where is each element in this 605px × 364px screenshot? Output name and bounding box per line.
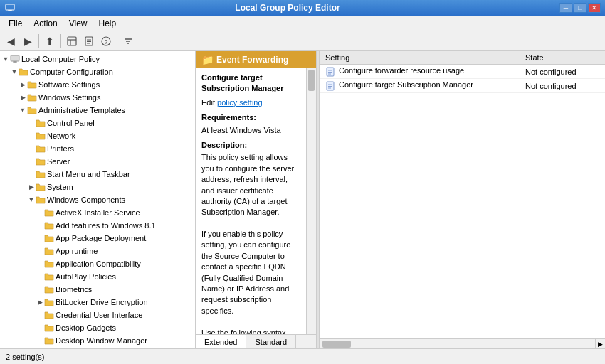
status-text: 2 setting(s) bbox=[6, 353, 44, 361]
folder-icon bbox=[36, 195, 46, 205]
tree-arrow: ▶ bbox=[27, 157, 36, 166]
menu-help[interactable]: Help bbox=[93, 17, 122, 30]
tree-node-start-menu[interactable]: ▶ Start Menu and Taskbar bbox=[0, 168, 195, 181]
filter-button[interactable] bbox=[120, 33, 136, 49]
svg-rect-22 bbox=[327, 82, 334, 90]
edit-prefix: Edit bbox=[201, 98, 217, 107]
show-hide-button[interactable] bbox=[64, 33, 80, 49]
tree-node-windows-settings[interactable]: ▶ Windows Settings bbox=[0, 91, 195, 104]
tree-arrow: ▼ bbox=[19, 106, 27, 114]
tree-label-app-package: App Package Deployment bbox=[56, 234, 146, 242]
tree-arrow: ▶ bbox=[27, 183, 36, 191]
folder-icon bbox=[27, 80, 37, 90]
tree-arrow: ▶ bbox=[36, 259, 44, 268]
tree-node-admin-templates[interactable]: ▼ Administrative Templates bbox=[0, 104, 195, 117]
minimize-button[interactable]: ─ bbox=[559, 3, 572, 13]
tree-node-printers[interactable]: ▶ Printers bbox=[0, 142, 195, 155]
tree-node-autoplay[interactable]: ▶ AutoPlay Policies bbox=[0, 270, 195, 283]
up-button[interactable]: ⬆ bbox=[42, 33, 58, 49]
close-button[interactable]: ✕ bbox=[588, 3, 601, 13]
tree-arrow: ▶ bbox=[36, 221, 44, 230]
tree-node-credential-ui[interactable]: ▶ Credential User Interface bbox=[0, 309, 195, 321]
tree-arrow: ▶ bbox=[36, 234, 44, 242]
folder-icon bbox=[44, 220, 54, 230]
tree-node-computer-configuration[interactable]: ▼ Computer Configuration bbox=[0, 65, 195, 78]
tree-node-biometrics[interactable]: ▶ Biometrics bbox=[0, 283, 195, 296]
folder-icon bbox=[27, 92, 37, 102]
tree-node-desktop-window[interactable]: ▶ Desktop Window Manager bbox=[0, 334, 195, 347]
tree-node-windows-components[interactable]: ▼ Windows Components bbox=[0, 193, 195, 206]
col-header-state[interactable]: State bbox=[520, 51, 605, 65]
menu-action[interactable]: Action bbox=[28, 17, 63, 30]
desc-policy-title: Configure target Subscription Manager bbox=[201, 73, 300, 95]
tree-label-control-panel: Control Panel bbox=[47, 119, 95, 127]
folder-icon bbox=[36, 144, 46, 154]
tree-arrow: ▶ bbox=[36, 285, 44, 294]
settings-panel: Setting State bbox=[320, 51, 605, 348]
tree-label-app-compat: Application Compatibility bbox=[56, 259, 141, 268]
folder-icon bbox=[36, 131, 46, 141]
tree-label-app-runtime: App runtime bbox=[56, 247, 98, 255]
desc-header-icon: 📁 bbox=[201, 54, 214, 65]
folder-icon bbox=[36, 182, 46, 192]
tree-node-desktop-gadgets[interactable]: ▶ Desktop Gadgets bbox=[0, 321, 195, 334]
menu-file[interactable]: File bbox=[3, 17, 28, 30]
title-bar: Local Group Policy Editor ─ □ ✕ bbox=[0, 0, 605, 16]
state-cell: Not configured bbox=[520, 79, 605, 93]
maximize-button[interactable]: □ bbox=[574, 3, 586, 13]
tree-node-device-driver[interactable]: ▶ Device and Driver Compatibility bbox=[0, 347, 195, 348]
edit-policy-link[interactable]: policy setting bbox=[217, 98, 263, 107]
tree-node-app-compat[interactable]: ▶ Application Compatibility bbox=[0, 257, 195, 270]
tree-label-start-menu: Start Menu and Taskbar bbox=[47, 170, 130, 178]
tree-node-activex[interactable]: ▶ ActiveX Installer Service bbox=[0, 206, 195, 219]
setting-cell: Configure target Subscription Manager bbox=[320, 79, 520, 93]
requirements-label: Requirements: bbox=[201, 112, 300, 123]
tree-label-software-settings: Software Settings bbox=[38, 80, 100, 89]
properties-button[interactable] bbox=[81, 33, 97, 49]
help-button[interactable]: ? bbox=[98, 33, 114, 49]
tree-node-add-features[interactable]: ▶ Add features to Windows 8.1 bbox=[0, 219, 195, 232]
tree-arrow: ▶ bbox=[19, 93, 27, 102]
col-header-setting[interactable]: Setting bbox=[320, 51, 520, 65]
status-bar: 2 setting(s) bbox=[0, 348, 605, 364]
back-button[interactable]: ◀ bbox=[3, 33, 19, 49]
folder-icon bbox=[44, 310, 54, 320]
tab-standard[interactable]: Standard bbox=[246, 335, 296, 348]
description-label: Description: bbox=[201, 140, 300, 151]
folder-icon bbox=[36, 169, 46, 179]
tree-label-admin-templates: Administrative Templates bbox=[38, 106, 125, 114]
tree-node-local-computer-policy[interactable]: ▼ Local Computer Policy bbox=[0, 53, 195, 65]
tree-label-add-features: Add features to Windows 8.1 bbox=[56, 221, 156, 230]
tree-node-bitlocker[interactable]: ▶ BitLocker Drive Encryption bbox=[0, 296, 195, 309]
tree-node-network[interactable]: ▶ Network bbox=[0, 129, 195, 142]
svg-rect-3 bbox=[68, 37, 76, 46]
forward-button[interactable]: ▶ bbox=[20, 33, 36, 49]
desc-scrollbar[interactable] bbox=[306, 68, 316, 334]
tree-arrow: ▶ bbox=[36, 336, 44, 345]
setting-name: Configure target Subscription Manager bbox=[339, 80, 473, 89]
tree-label-network: Network bbox=[47, 132, 75, 140]
tree-label-activex: ActiveX Installer Service bbox=[56, 208, 140, 217]
tree-node-app-runtime[interactable]: ▶ App runtime bbox=[0, 245, 195, 257]
setting-cell: Configure forwarder resource usage bbox=[320, 65, 520, 79]
tree-node-server[interactable]: ▶ Server bbox=[0, 155, 195, 168]
tree-node-software-settings[interactable]: ▶ Software Settings bbox=[0, 78, 195, 91]
setting-name: Configure forwarder resource usage bbox=[339, 66, 464, 75]
tree-node-control-panel[interactable]: ▶ Control Panel bbox=[0, 117, 195, 129]
tree-arrow: ▶ bbox=[27, 119, 36, 127]
tree-node-system[interactable]: ▶ System bbox=[0, 181, 195, 193]
tree-node-app-package[interactable]: ▶ App Package Deployment bbox=[0, 232, 195, 245]
description-panel: 📁 Event Forwarding Configure target Subs… bbox=[196, 51, 317, 348]
folder-icon bbox=[44, 208, 54, 218]
desc-header-title: Event Forwarding bbox=[216, 55, 288, 65]
menu-view[interactable]: View bbox=[63, 17, 93, 30]
settings-hscrollbar[interactable]: ▶ bbox=[320, 338, 605, 348]
table-row[interactable]: Configure target Subscription Manager No… bbox=[320, 79, 605, 93]
table-row[interactable]: Configure forwarder resource usage Not c… bbox=[320, 65, 605, 79]
tab-extended[interactable]: Extended bbox=[196, 335, 246, 348]
setting-icon bbox=[325, 81, 335, 91]
tab-extended-label: Extended bbox=[204, 338, 237, 346]
toolbar: ◀ ▶ ⬆ ? bbox=[0, 31, 605, 51]
tree-arrow: ▶ bbox=[36, 298, 44, 306]
tree-arrow: ▶ bbox=[36, 208, 44, 217]
